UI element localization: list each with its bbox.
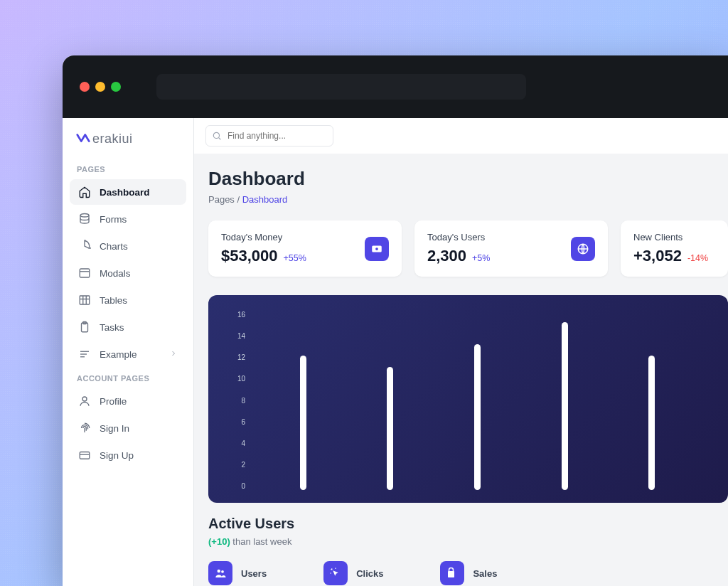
breadcrumb-current[interactable]: Dashboard — [242, 194, 288, 205]
database-icon — [78, 213, 91, 225]
y-tick: 14 — [227, 332, 245, 340]
svg-point-20 — [218, 570, 221, 573]
chart-bars — [245, 311, 710, 496]
metric-clicks: Clicks — [323, 561, 383, 585]
stat-card: Today's Users2,300 +5% — [414, 220, 608, 277]
chart-bar — [300, 356, 306, 490]
svg-point-15 — [213, 132, 219, 138]
user-icon — [78, 395, 91, 407]
svg-rect-13 — [80, 452, 90, 459]
sidebar-item-example[interactable]: Example — [70, 341, 186, 367]
sidebar-item-label: Example — [100, 349, 137, 360]
svg-point-0 — [80, 214, 89, 218]
stat-card: New Clients+3,052 -14% — [621, 220, 728, 277]
home-icon — [78, 186, 91, 198]
sidebar-item-label: Charts — [100, 241, 128, 252]
sidebar-item-label: Tasks — [100, 322, 124, 333]
y-tick: 2 — [227, 461, 245, 469]
stat-card-change: -14% — [687, 253, 708, 263]
y-tick: 8 — [227, 397, 245, 405]
close-dot[interactable] — [80, 82, 90, 92]
y-tick: 16 — [227, 311, 245, 319]
sidebar-item-modals[interactable]: Modals — [70, 260, 186, 286]
stat-card-value: 2,300 +5% — [427, 247, 490, 265]
search-wrapper — [205, 125, 333, 146]
y-tick: 6 — [227, 418, 245, 426]
chart-bar — [387, 367, 393, 490]
clicks-icon — [323, 561, 348, 585]
window-titlebar — [63, 55, 728, 118]
chart-bar — [648, 356, 655, 490]
sidebar-item-label: Modals — [100, 268, 131, 279]
chart-y-axis: 1614121086420 — [227, 311, 245, 496]
stat-card-label: Today's Money — [221, 232, 306, 243]
chevron-right-icon — [169, 349, 178, 360]
metric-label: Users — [241, 568, 267, 579]
topbar — [194, 118, 728, 154]
sidebar-item-sign-in[interactable]: Sign In — [70, 415, 186, 441]
sidebar-item-charts[interactable]: Charts — [70, 233, 186, 259]
stat-card-label: Today's Users — [427, 232, 490, 243]
y-tick: 12 — [227, 353, 245, 361]
y-tick: 10 — [227, 375, 245, 383]
chart-bar — [474, 344, 481, 490]
sidebar-item-sign-up[interactable]: Sign Up — [70, 442, 186, 468]
clipboard-icon — [78, 321, 91, 334]
svg-rect-1 — [80, 269, 90, 277]
active-users-chart: 1614121086420 — [208, 295, 728, 503]
delta-value: (+10) — [208, 536, 230, 547]
sidebar-section-label: ACCOUNT PAGES — [70, 368, 186, 388]
logo-icon — [75, 131, 91, 146]
chart-bar — [562, 322, 568, 490]
sidebar-item-label: Forms — [100, 214, 127, 225]
metric-label: Clicks — [356, 568, 383, 579]
sidebar-section-label: PAGES — [70, 159, 186, 179]
active-users-title: Active Users — [208, 516, 728, 532]
metric-label: Sales — [473, 568, 497, 579]
lines-icon — [78, 348, 91, 361]
stat-card-label: New Clients — [633, 232, 708, 243]
svg-line-16 — [219, 138, 221, 140]
sidebar-item-label: Tables — [100, 295, 127, 306]
logo-text: erakiui — [92, 132, 133, 146]
svg-point-18 — [375, 247, 378, 250]
users-icon — [208, 561, 232, 585]
y-tick: 4 — [227, 440, 245, 447]
pie-icon — [78, 240, 91, 252]
sidebar-item-tasks[interactable]: Tasks — [70, 314, 186, 340]
minimize-dot[interactable] — [95, 82, 105, 92]
page-title: Dashboard — [208, 168, 728, 190]
active-users-subtitle: (+10) than last week — [208, 536, 728, 547]
url-bar[interactable] — [156, 74, 526, 100]
content: Dashboard Pages / Dashboard Today's Mone… — [194, 154, 728, 586]
sidebar-item-dashboard[interactable]: Dashboard — [70, 179, 186, 205]
svg-rect-3 — [80, 296, 90, 304]
metric-sales: Sales — [440, 561, 497, 585]
sidebar-item-label: Dashboard — [100, 187, 150, 198]
fingerprint-icon — [78, 422, 91, 435]
sidebar-item-label: Sign In — [100, 423, 129, 434]
brand-logo[interactable]: erakiui — [70, 128, 186, 159]
window-controls — [80, 82, 121, 92]
svg-point-12 — [82, 397, 87, 401]
sidebar-item-tables[interactable]: Tables — [70, 287, 186, 313]
search-icon — [212, 131, 222, 141]
breadcrumb-root[interactable]: Pages — [208, 194, 235, 205]
stat-cards-row: Today's Money$53,000 +55%Today's Users2,… — [208, 220, 728, 277]
globe-icon — [571, 237, 595, 261]
app-window: erakiui PAGESDashboardFormsChartsModalsT… — [63, 55, 728, 586]
metric-users: Users — [208, 561, 267, 585]
breadcrumb: Pages / Dashboard — [208, 194, 728, 205]
sidebar-item-label: Sign Up — [100, 450, 134, 461]
maximize-dot[interactable] — [111, 82, 121, 92]
main-area: Dashboard Pages / Dashboard Today's Mone… — [194, 118, 728, 586]
search-input[interactable] — [205, 125, 333, 146]
stat-card-value: $53,000 +55% — [221, 247, 306, 265]
sidebar-item-profile[interactable]: Profile — [70, 388, 186, 414]
stat-card-change: +5% — [472, 253, 490, 263]
window-icon — [78, 267, 91, 279]
stat-card: Today's Money$53,000 +55% — [208, 220, 402, 277]
money-icon — [365, 237, 389, 261]
sidebar-item-forms[interactable]: Forms — [70, 206, 186, 232]
stat-card-value: +3,052 -14% — [633, 247, 708, 265]
